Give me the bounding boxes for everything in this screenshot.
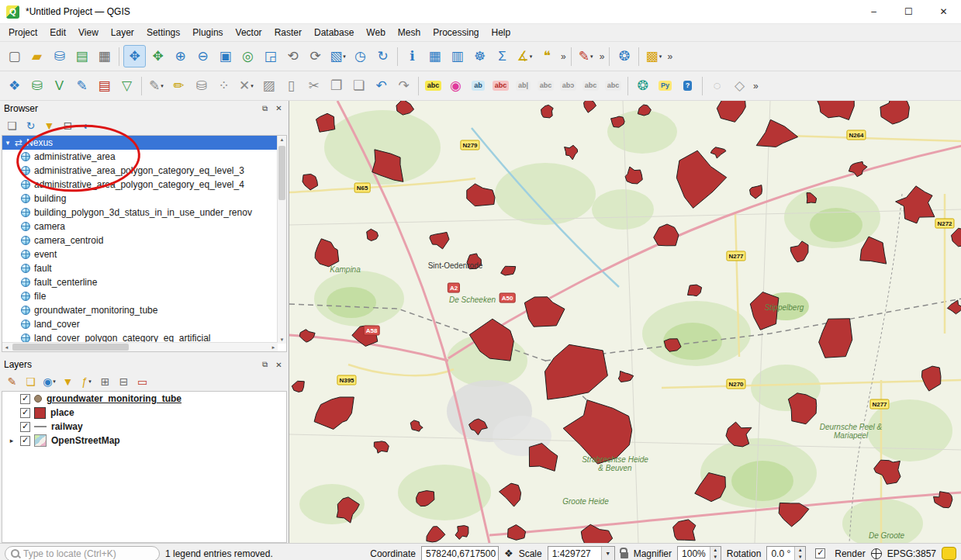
chevron-down-icon[interactable]: ▾: [53, 379, 56, 385]
browser-layer-item[interactable]: fault: [2, 261, 278, 275]
menu-settings[interactable]: Settings: [140, 25, 186, 40]
chevron-down-icon[interactable]: ▾: [161, 83, 164, 89]
toolbar-overflow-button[interactable]: »: [600, 51, 604, 62]
collapse-all-button[interactable]: ⊟: [60, 117, 76, 133]
show-hide-labels-button[interactable]: ab|: [513, 75, 534, 96]
scrollbar-thumb[interactable]: [278, 146, 285, 200]
menu-edit[interactable]: Edit: [43, 25, 72, 40]
processing-toolbox-button[interactable]: ☸: [469, 46, 490, 67]
new-spatialite-layer-button[interactable]: ✎: [71, 75, 92, 96]
browser-layer-item[interactable]: administrative_area_polygon_category_eq_…: [2, 164, 278, 178]
add-point-feature-button[interactable]: ⁘: [213, 75, 234, 96]
curved-labels-button[interactable]: abc: [603, 75, 624, 96]
toolbar-overflow-button[interactable]: »: [561, 51, 565, 62]
menu-web[interactable]: Web: [360, 25, 391, 40]
zoom-next-button[interactable]: ⟳: [305, 46, 326, 67]
layer-visibility-checkbox[interactable]: [20, 422, 30, 432]
close-panel-icon[interactable]: ✕: [273, 359, 285, 371]
spin-down-button[interactable]: ▼: [710, 554, 721, 560]
browser-layer-item[interactable]: file: [2, 289, 278, 303]
rotation-spinbox[interactable]: 0.0 ° ▲▼: [766, 546, 806, 560]
zoom-to-layer-button[interactable]: ◲: [260, 46, 281, 67]
new-virtual-layer-button[interactable]: ▽: [116, 75, 137, 96]
menu-view[interactable]: View: [72, 25, 105, 40]
menu-layer[interactable]: Layer: [105, 25, 140, 40]
menu-plugins[interactable]: Plugins: [186, 25, 229, 40]
layer-labeling-options-button[interactable]: abc: [423, 75, 444, 96]
browser-layer-item[interactable]: administrative_area: [2, 150, 278, 164]
copy-features-button[interactable]: ❐: [326, 75, 347, 96]
quickmap-tool-button[interactable]: ▩▾: [643, 46, 664, 67]
browser-item-nexus[interactable]: ▾⇄Nexus: [2, 136, 278, 150]
add-selected-layers-button[interactable]: ❏: [4, 117, 20, 133]
spin-up-button[interactable]: ▲: [710, 547, 721, 554]
show-layout-manager-button[interactable]: ▦: [94, 46, 115, 67]
save-project-button[interactable]: ⛁: [49, 46, 70, 67]
filter-legend-by-expression-button[interactable]: ƒ▾: [78, 374, 95, 390]
locate-input[interactable]: Type to locate (Ctrl+K): [5, 546, 160, 560]
coordinate-input[interactable]: 578240,6717500: [421, 546, 499, 560]
messages-button[interactable]: [942, 547, 956, 560]
zoom-out-button[interactable]: ⊖: [192, 46, 213, 67]
chevron-down-icon[interactable]: ▾: [659, 54, 662, 60]
horizontal-scrollbar[interactable]: ◄ ►: [2, 342, 278, 351]
azimuth-tool-button[interactable]: ◇: [729, 75, 750, 96]
manage-map-themes-button[interactable]: ◉▾: [41, 374, 57, 390]
browser-layer-item[interactable]: camera: [2, 220, 278, 233]
pin-unpin-labels-button[interactable]: ab: [468, 75, 489, 96]
toolbar-overflow-button[interactable]: »: [667, 51, 672, 62]
close-button[interactable]: ✕: [926, 0, 961, 23]
map-canvas[interactable]: N264N279N65N272N277A2A50A58N395N270N277K…: [289, 101, 961, 543]
delete-selected-button[interactable]: ▯: [281, 75, 302, 96]
new-shapefile-layer-button[interactable]: V: [49, 75, 70, 96]
layer-row[interactable]: railway: [2, 420, 286, 434]
browser-layer-item[interactable]: building: [2, 192, 278, 206]
remove-layer-button[interactable]: ▭: [134, 374, 150, 390]
spare-tool-button[interactable]: ◌: [707, 75, 728, 96]
move-label-button[interactable]: abc: [535, 75, 556, 96]
refresh-browser-button[interactable]: ↻: [22, 117, 39, 133]
open-project-button[interactable]: ▰: [26, 46, 47, 67]
menu-database[interactable]: Database: [308, 25, 360, 40]
undo-button[interactable]: ↶: [371, 75, 392, 96]
new-temporary-scratch-layer-button[interactable]: ▤: [94, 75, 115, 96]
refresh-button[interactable]: ↻: [372, 46, 393, 67]
close-panel-icon[interactable]: ✕: [273, 102, 285, 114]
pan-map-button[interactable]: ✥: [123, 45, 146, 67]
map-tips-button[interactable]: ❝: [537, 46, 558, 67]
add-group-button[interactable]: ❏: [22, 374, 39, 390]
metasearch-button[interactable]: ❂: [614, 46, 634, 67]
new-geopackage-layer-button[interactable]: ⛁: [26, 75, 47, 96]
rotate-label-button[interactable]: abɔ: [558, 75, 579, 96]
layer-row[interactable]: ▸OpenStreetMap: [2, 434, 286, 448]
chevron-down-icon[interactable]: ▾: [590, 54, 593, 60]
layer-row[interactable]: place: [2, 406, 286, 420]
browser-layer-item[interactable]: event: [2, 247, 278, 261]
chevron-down-icon[interactable]: ▾: [530, 54, 533, 60]
float-panel-icon[interactable]: ⧉: [259, 102, 271, 114]
scale-combo[interactable]: 1:429727 ▼: [548, 546, 615, 560]
layer-diagram-options-button[interactable]: ◉: [445, 75, 466, 96]
annotation-toolbar-button[interactable]: ✎▾: [576, 46, 596, 67]
menu-vector[interactable]: Vector: [230, 25, 268, 40]
menu-raster[interactable]: Raster: [268, 25, 308, 40]
browser-layer-item[interactable]: administrative_area_polygon_category_eq_…: [2, 178, 278, 192]
browser-layer-item[interactable]: building_polygon_3d_status_in_in_use_und…: [2, 206, 278, 220]
magnifier-spinbox[interactable]: 100% ▲▼: [677, 546, 721, 560]
filter-browser-button[interactable]: ▼: [41, 117, 57, 133]
expand-arrow-icon[interactable]: ▸: [7, 437, 16, 444]
render-checkbox[interactable]: [815, 548, 825, 558]
new-print-layout-button[interactable]: ▤: [71, 46, 92, 67]
browser-layer-item[interactable]: land_cover: [2, 317, 278, 331]
chevron-down-icon[interactable]: ▾: [251, 83, 254, 89]
chevron-down-icon[interactable]: ▾: [343, 54, 346, 60]
expand-arrow-icon[interactable]: ▾: [2, 139, 13, 147]
statistical-summary-button[interactable]: ▥: [447, 46, 468, 67]
maximize-button[interactable]: ☐: [891, 0, 926, 23]
cut-features-button[interactable]: ✂: [303, 75, 324, 96]
web-globe-button[interactable]: ❂: [632, 75, 653, 96]
open-attribute-table-button[interactable]: ▦: [424, 46, 445, 67]
layer-visibility-checkbox[interactable]: [20, 394, 30, 404]
pan-map-to-selection-button[interactable]: ✥: [147, 46, 168, 67]
menu-processing[interactable]: Processing: [427, 25, 485, 40]
